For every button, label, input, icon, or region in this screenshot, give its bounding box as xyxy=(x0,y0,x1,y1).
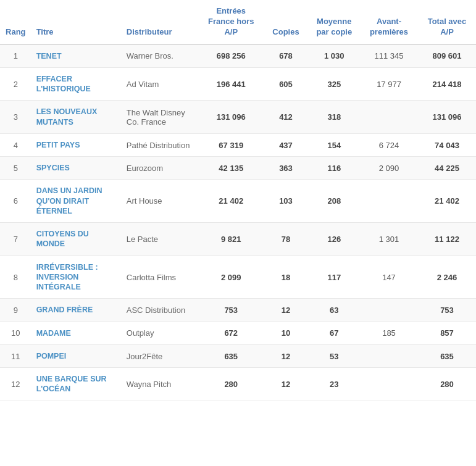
cell-entrees: 635 xyxy=(199,344,263,367)
cell-avant-premieres: 17 977 xyxy=(360,67,418,101)
cell-avant-premieres xyxy=(360,101,418,134)
cell-distributeur: Le Pacte xyxy=(122,223,199,256)
cell-entrees: 280 xyxy=(199,368,263,401)
header-moyenne: Moyenne par copie xyxy=(309,0,361,44)
cell-rang: 3 xyxy=(0,101,31,134)
cell-entrees: 196 441 xyxy=(199,67,263,101)
cell-titre[interactable]: TENET xyxy=(31,44,122,68)
cell-titre[interactable]: LES NOUVEAUX MUTANTS xyxy=(31,101,122,134)
cell-copies: 412 xyxy=(263,101,308,134)
cell-copies: 78 xyxy=(263,223,308,256)
table-row: 6DANS UN JARDIN QU'ON DIRAIT ÉTERNELArt … xyxy=(0,180,476,223)
table-row: 7CITOYENS DU MONDELe Pacte9 821781261 30… xyxy=(0,223,476,256)
cell-total: 74 043 xyxy=(418,133,476,156)
cell-rang: 8 xyxy=(0,256,31,299)
cell-avant-premieres: 111 345 xyxy=(360,44,418,68)
title-link[interactable]: SPYCIES xyxy=(36,164,70,172)
cell-total: 11 122 xyxy=(418,223,476,256)
cell-total: 753 xyxy=(418,299,476,322)
cell-avant-premieres: 2 090 xyxy=(360,157,418,180)
cell-rang: 10 xyxy=(0,322,31,344)
cell-distributeur: Eurozoom xyxy=(122,157,199,180)
cell-titre[interactable]: UNE BARQUE SUR L'OCÉAN xyxy=(31,368,122,401)
cell-moyenne: 67 xyxy=(309,322,361,344)
cell-moyenne: 117 xyxy=(309,256,361,299)
cell-entrees: 698 256 xyxy=(199,44,263,68)
cell-total: 635 xyxy=(418,344,476,367)
cell-total: 44 225 xyxy=(418,157,476,180)
cell-copies: 12 xyxy=(263,299,308,322)
title-link[interactable]: LES NOUVEAUX MUTANTS xyxy=(36,107,98,126)
cell-titre[interactable]: MADAME xyxy=(31,322,122,344)
cell-moyenne: 318 xyxy=(309,101,361,134)
header-distributeur: Distributeur xyxy=(122,0,199,44)
cell-rang: 7 xyxy=(0,223,31,256)
cell-titre[interactable]: SPYCIES xyxy=(31,157,122,180)
title-link[interactable]: IRRÉVERSIBLE : INVERSION INTÉGRALE xyxy=(36,263,98,292)
table-row: 8IRRÉVERSIBLE : INVERSION INTÉGRALECarlo… xyxy=(0,256,476,299)
cell-copies: 605 xyxy=(263,67,308,101)
cell-avant-premieres: 1 301 xyxy=(360,223,418,256)
cell-entrees: 753 xyxy=(199,299,263,322)
cell-distributeur: Art House xyxy=(122,180,199,223)
cell-titre[interactable]: CITOYENS DU MONDE xyxy=(31,223,122,256)
header-total: Total avec A/P xyxy=(418,0,476,44)
cell-moyenne: 63 xyxy=(309,299,361,322)
cell-avant-premieres: 6 724 xyxy=(360,133,418,156)
cell-titre[interactable]: IRRÉVERSIBLE : INVERSION INTÉGRALE xyxy=(31,256,122,299)
cell-moyenne: 116 xyxy=(309,157,361,180)
cell-moyenne: 325 xyxy=(309,67,361,101)
table-row: 2EFFACER L'HISTORIQUEAd Vitam196 4416053… xyxy=(0,67,476,101)
title-link[interactable]: PETIT PAYS xyxy=(36,141,80,149)
cell-total: 280 xyxy=(418,368,476,401)
title-link[interactable]: GRAND FRÈRE xyxy=(36,306,93,314)
cell-moyenne: 126 xyxy=(309,223,361,256)
cell-titre[interactable]: DANS UN JARDIN QU'ON DIRAIT ÉTERNEL xyxy=(31,180,122,223)
cell-copies: 10 xyxy=(263,322,308,344)
cell-total: 214 418 xyxy=(418,67,476,101)
cell-copies: 437 xyxy=(263,133,308,156)
header-copies: Copies xyxy=(263,0,308,44)
cell-copies: 678 xyxy=(263,44,308,68)
title-link[interactable]: POMPEI xyxy=(36,352,67,360)
cell-total: 21 402 xyxy=(418,180,476,223)
cell-moyenne: 1 030 xyxy=(309,44,361,68)
table-row: 11POMPEIJour2Fête6351253635 xyxy=(0,344,476,367)
title-link[interactable]: MADAME xyxy=(36,329,71,338)
cell-avant-premieres xyxy=(360,180,418,223)
cell-rang: 1 xyxy=(0,44,31,68)
cell-rang: 5 xyxy=(0,157,31,180)
cell-distributeur: Ad Vitam xyxy=(122,67,199,101)
cell-entrees: 2 099 xyxy=(199,256,263,299)
cell-titre[interactable]: GRAND FRÈRE xyxy=(31,299,122,322)
cell-rang: 2 xyxy=(0,67,31,101)
main-table-container: Rang Titre Distributeur Entrées France h… xyxy=(0,0,476,401)
cell-copies: 12 xyxy=(263,344,308,367)
box-office-table: Rang Titre Distributeur Entrées France h… xyxy=(0,0,476,401)
cell-titre[interactable]: POMPEI xyxy=(31,344,122,367)
cell-total: 857 xyxy=(418,322,476,344)
table-row: 10MADAMEOutplay6721067185857 xyxy=(0,322,476,344)
title-link[interactable]: EFFACER L'HISTORIQUE xyxy=(36,75,91,93)
cell-avant-premieres xyxy=(360,299,418,322)
cell-titre[interactable]: EFFACER L'HISTORIQUE xyxy=(31,67,122,101)
cell-total: 2 246 xyxy=(418,256,476,299)
title-link[interactable]: CITOYENS DU MONDE xyxy=(36,230,89,248)
title-link[interactable]: UNE BARQUE SUR L'OCÉAN xyxy=(36,375,107,393)
cell-distributeur: Jour2Fête xyxy=(122,344,199,367)
cell-distributeur: Warner Bros. xyxy=(122,44,199,68)
cell-moyenne: 208 xyxy=(309,180,361,223)
title-link[interactable]: TENET xyxy=(36,52,62,60)
cell-avant-premieres: 147 xyxy=(360,256,418,299)
cell-rang: 4 xyxy=(0,133,31,156)
cell-distributeur: The Walt Disney Co. France xyxy=(122,101,199,134)
cell-copies: 103 xyxy=(263,180,308,223)
cell-distributeur: ASC Distribution xyxy=(122,299,199,322)
table-row: 12UNE BARQUE SUR L'OCÉANWayna Pitch28012… xyxy=(0,368,476,401)
cell-moyenne: 154 xyxy=(309,133,361,156)
cell-entrees: 131 096 xyxy=(199,101,263,134)
cell-titre[interactable]: PETIT PAYS xyxy=(31,133,122,156)
cell-entrees: 21 402 xyxy=(199,180,263,223)
title-link[interactable]: DANS UN JARDIN QU'ON DIRAIT ÉTERNEL xyxy=(36,186,102,215)
table-header-row: Rang Titre Distributeur Entrées France h… xyxy=(0,0,476,44)
